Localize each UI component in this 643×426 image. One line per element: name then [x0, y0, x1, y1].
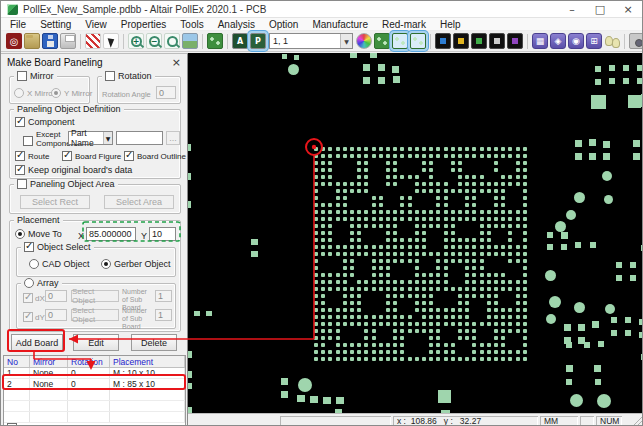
bga-pad: [400, 203, 404, 207]
artwork-p-icon[interactable]: P: [250, 33, 266, 49]
exit-document-icon[interactable]: ◎: [6, 33, 22, 49]
menu-option[interactable]: Option: [262, 19, 305, 30]
bga-pad: [465, 315, 469, 319]
layer-pads-icon[interactable]: [453, 33, 469, 49]
bga-pad: [364, 252, 368, 256]
zoom-area-icon[interactable]: [164, 33, 180, 49]
browse-button[interactable]: ...: [166, 131, 180, 145]
column-header-rotation[interactable]: Rotation: [68, 356, 110, 367]
resize-grip[interactable]: [632, 415, 643, 426]
layer-drill-icon[interactable]: [507, 33, 523, 49]
x-field[interactable]: 85.000000: [86, 227, 136, 241]
rotation-angle-field[interactable]: 0: [156, 86, 176, 99]
part-name-combo[interactable]: Part Name ▼: [68, 131, 113, 145]
net-window-icon[interactable]: ⊞: [586, 33, 602, 49]
board-top-view-icon[interactable]: [374, 33, 390, 49]
select-rect-button[interactable]: Select Rect: [20, 195, 90, 209]
dx-select-object-button[interactable]: Select Object: [71, 290, 119, 302]
bga-pad: [501, 343, 505, 347]
component-checkbox[interactable]: [15, 117, 25, 127]
menu-setting[interactable]: Setting: [33, 19, 78, 30]
open-file-icon[interactable]: [24, 33, 40, 49]
keep-original-checkbox[interactable]: [15, 165, 25, 175]
route-checkbox[interactable]: [15, 151, 25, 161]
maximize-button[interactable]: □: [586, 1, 614, 17]
menu-properties[interactable]: Properties: [114, 19, 174, 30]
save-icon[interactable]: [42, 33, 58, 49]
dx-field[interactable]: 0: [45, 290, 67, 302]
print-icon[interactable]: [60, 33, 76, 49]
dialog-titlebar[interactable]: Make Board Paneling ×: [1, 54, 187, 70]
window-titlebar[interactable]: PollEx_New_Sample.pdbb - Altair PollEx 2…: [1, 1, 642, 18]
move-to-radio[interactable]: [15, 229, 25, 239]
menu-red-mark[interactable]: Red-mark: [375, 19, 433, 30]
layer-select-combo[interactable]: 1, 1▼: [269, 33, 353, 49]
net-probe-icon[interactable]: ◉: [568, 33, 584, 49]
highlight-icon[interactable]: [604, 33, 620, 49]
object-area-checkbox[interactable]: [17, 179, 27, 189]
zoom-fit-icon[interactable]: [182, 33, 198, 49]
pcb-viewport[interactable]: [188, 53, 643, 413]
mirror-checkbox[interactable]: [17, 71, 27, 81]
menu-tools[interactable]: Tools: [173, 19, 210, 30]
y-mirror-radio[interactable]: [51, 88, 61, 98]
array-radio[interactable]: [24, 278, 34, 288]
menu-file[interactable]: File: [3, 19, 33, 30]
zoom-in-icon[interactable]: +: [128, 33, 144, 49]
cad-object-radio[interactable]: [29, 259, 39, 269]
except-filter-field[interactable]: [116, 131, 163, 145]
net-grid-icon[interactable]: ▦: [532, 33, 548, 49]
dx-count-field[interactable]: 1: [155, 290, 172, 302]
column-header-no[interactable]: No: [4, 356, 30, 367]
bga-pad: [386, 315, 390, 319]
combo-dropdown-icon[interactable]: ▼: [340, 34, 352, 48]
table-cell: [30, 390, 68, 400]
menu-manufacture[interactable]: Manufacture: [305, 19, 375, 30]
rotation-checkbox[interactable]: [105, 71, 115, 81]
layer-stack-icon[interactable]: [435, 33, 451, 49]
display-color-icon[interactable]: [356, 33, 372, 49]
bga-pad: [465, 259, 469, 263]
dy-checkbox[interactable]: [23, 312, 33, 322]
edit-button[interactable]: Edit: [73, 334, 119, 351]
layer-silk-icon[interactable]: [489, 33, 505, 49]
table-row[interactable]: 2None0M : 85 x 10: [4, 379, 185, 390]
except-component-checkbox[interactable]: [23, 136, 33, 146]
close-button[interactable]: ×: [614, 1, 642, 17]
dy-select-object-button[interactable]: Select Object: [71, 309, 119, 321]
dialog-close-icon[interactable]: ×: [172, 56, 181, 69]
net-trace-icon[interactable]: ◈: [550, 33, 566, 49]
artwork-a-icon[interactable]: A: [232, 33, 248, 49]
x-mirror-radio[interactable]: [14, 88, 24, 98]
bga-pad: [372, 224, 376, 228]
board-view-icon[interactable]: [207, 33, 223, 49]
route-edit-icon[interactable]: [85, 33, 101, 49]
zoom-out-icon[interactable]: −: [146, 33, 162, 49]
board-outline-checkbox[interactable]: [124, 151, 134, 161]
board-both-view-icon[interactable]: [410, 33, 426, 49]
menu-help[interactable]: Help: [433, 19, 468, 30]
menu-analysis[interactable]: Analysis: [211, 19, 262, 30]
select-area-button[interactable]: Select Area: [104, 195, 174, 209]
select-tool-icon[interactable]: [103, 33, 119, 49]
dy-field[interactable]: 0: [45, 309, 67, 321]
bga-pad: [436, 315, 440, 319]
board-bottom-view-icon[interactable]: [392, 33, 408, 49]
column-header-mirror[interactable]: Mirror: [30, 356, 68, 367]
y-field[interactable]: 10: [149, 227, 176, 241]
layer-route-icon[interactable]: [471, 33, 487, 49]
board-figure-checkbox[interactable]: [62, 151, 72, 161]
delete-button[interactable]: Delete: [131, 334, 177, 351]
minimize-button[interactable]: –: [558, 1, 586, 17]
dx-checkbox[interactable]: [23, 293, 33, 303]
object-select-checkbox[interactable]: [24, 242, 34, 252]
snapshot-icon[interactable]: [629, 33, 643, 49]
column-header-placement[interactable]: Placement: [110, 356, 185, 367]
dy-count-field[interactable]: 1: [155, 309, 172, 321]
add-board-button[interactable]: Add Board: [11, 334, 63, 351]
table-row[interactable]: 1None0M : 10 x 10: [4, 368, 185, 379]
gerber-object-radio[interactable]: [101, 259, 111, 269]
pcb-pad: [438, 390, 451, 403]
menu-view[interactable]: View: [78, 19, 114, 30]
bga-pad: [364, 343, 368, 347]
